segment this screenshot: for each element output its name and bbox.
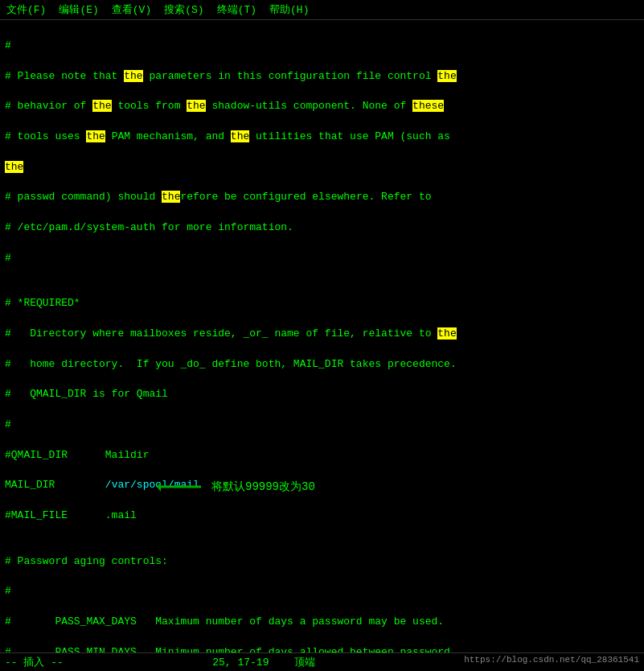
menu-terminal[interactable]: 终端(T)	[214, 2, 260, 18]
menu-search[interactable]: 搜索(S)	[161, 2, 207, 18]
menu-file[interactable]: 文件(F)	[3, 2, 49, 18]
menubar: 文件(F) 编辑(E) 查看(V) 搜索(S) 终端(T) 帮助(H)	[0, 0, 644, 20]
terminal-content: # # Please note that the parameters in t…	[0, 20, 644, 671]
statusbar: -- 插入 -- 25, 17-19 顶端 https://blog.csdn.…	[0, 652, 644, 671]
menu-view[interactable]: 查看(V)	[109, 2, 154, 18]
url-display: https://blog.csdn.net/qq_28361541	[464, 655, 639, 669]
menu-edit[interactable]: 编辑(E)	[55, 2, 101, 18]
cursor-position: 25, 17-19 顶端	[212, 655, 314, 669]
insert-mode: -- 插入 --	[5, 655, 64, 669]
menu-help[interactable]: 帮助(H)	[266, 2, 312, 18]
